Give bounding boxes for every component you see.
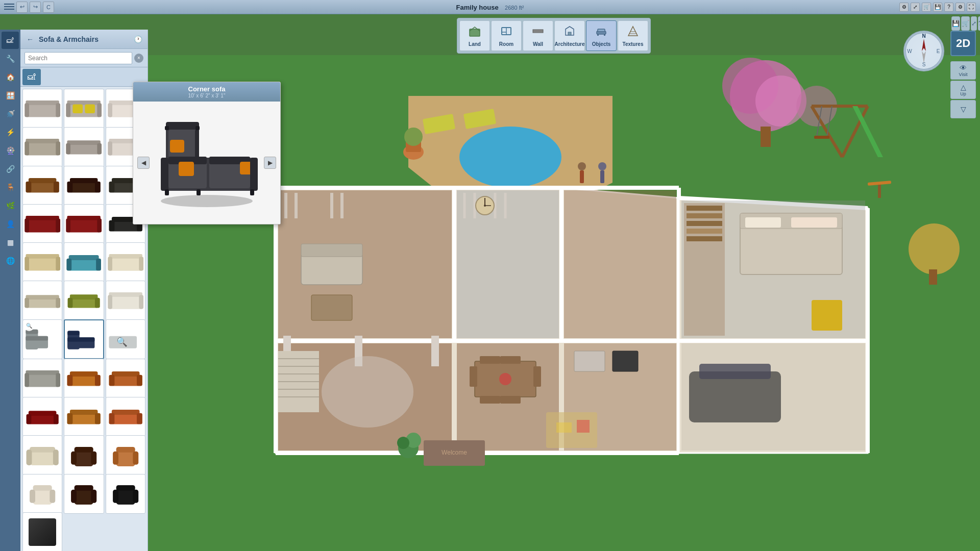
sidebar-item-link[interactable]: 🔗 <box>2 160 19 178</box>
svg-rect-5 <box>67 101 101 105</box>
sidebar-item-globe[interactable]: 🌐 <box>2 252 19 269</box>
settings-button[interactable]: ⚙ <box>899 3 909 12</box>
furniture-item-10[interactable] <box>22 204 62 244</box>
svg-rect-97 <box>29 411 57 416</box>
furniture-item-32[interactable] <box>64 474 104 514</box>
save-project-button[interactable]: 💾 <box>951 16 960 31</box>
furniture-item-25[interactable] <box>22 397 62 437</box>
svg-rect-204 <box>533 366 541 387</box>
cart-icon-button[interactable]: 🛒 <box>961 16 970 31</box>
furniture-item-8[interactable] <box>64 166 104 206</box>
popup-next-button[interactable]: ▶ <box>264 157 276 169</box>
hamburger-menu[interactable] <box>4 2 14 12</box>
search-input[interactable] <box>24 52 132 64</box>
furniture-item-20[interactable] <box>64 319 104 359</box>
sidebar-item-bath[interactable]: 🚿 <box>2 105 19 122</box>
furniture-item-27[interactable] <box>106 397 145 437</box>
title-bar: ↩ ↪ C Family house 2680 ft² ⚙ ⤢ 🛒 💾 ? ⚙ … <box>0 0 980 14</box>
svg-rect-122 <box>30 490 35 503</box>
compass[interactable]: N S W E <box>903 31 944 71</box>
popup-title-bar: Corner sofa 10' x 6' 2" x 3' 1" <box>133 82 280 102</box>
svg-rect-126 <box>71 490 77 503</box>
furniture-item-24[interactable] <box>106 359 145 398</box>
svg-rect-31 <box>70 178 98 183</box>
sidebar-item-chair[interactable]: 🪑 <box>2 179 19 196</box>
sidebar-item-plant[interactable]: 🌿 <box>2 197 19 214</box>
furniture-item-7[interactable] <box>22 166 62 206</box>
undo-button[interactable]: ↩ <box>16 2 28 13</box>
tool-architecture[interactable]: Architecture <box>554 20 585 51</box>
save-button[interactable]: 💾 <box>933 3 942 12</box>
app-title-group: Family house 2680 ft² <box>456 3 524 12</box>
tool-textures[interactable]: Textures <box>618 20 648 51</box>
sidebar-item-window[interactable]: 🪟 <box>2 87 19 104</box>
svg-rect-215 <box>600 170 604 183</box>
svg-rect-8 <box>66 103 71 117</box>
furniture-item-23[interactable] <box>64 359 104 398</box>
furniture-item-16[interactable] <box>22 281 62 320</box>
help-icon-button[interactable]: ? <box>978 16 980 31</box>
visit-button[interactable]: 👁 Visit <box>950 61 976 80</box>
tool-land[interactable]: Land <box>459 20 490 51</box>
sidebar-item-outdoor[interactable]: 🎡 <box>2 142 19 159</box>
furniture-item-21[interactable]: 🔍 <box>106 319 145 359</box>
up-button[interactable]: △ Up <box>950 81 976 99</box>
sofa-category-icon[interactable]: 🛋 <box>22 69 41 85</box>
maximize-button[interactable]: ⛶ <box>967 3 976 12</box>
redo-button[interactable]: ↪ <box>30 2 41 13</box>
tool-wall[interactable]: Wall <box>523 20 553 51</box>
svg-rect-95 <box>137 374 142 386</box>
question-button[interactable]: ? <box>944 3 953 12</box>
furniture-item-29[interactable] <box>64 435 104 475</box>
furniture-item-30[interactable] <box>106 435 145 475</box>
furniture-item-1[interactable] <box>22 89 62 129</box>
svg-rect-98 <box>27 414 32 424</box>
gear-button[interactable]: ⚙ <box>955 3 965 12</box>
furniture-item-26[interactable] <box>64 397 104 437</box>
furniture-item-18[interactable] <box>106 281 145 320</box>
furniture-item-2[interactable] <box>64 89 104 129</box>
furniture-item-33[interactable] <box>106 474 145 514</box>
sidebar-item-person[interactable]: 👤 <box>2 215 19 233</box>
furniture-item-31[interactable] <box>22 474 62 514</box>
sidebar-item-electric[interactable]: ⚡ <box>2 123 19 141</box>
panel-back-button[interactable]: ← <box>24 34 36 45</box>
svg-rect-131 <box>133 490 138 503</box>
svg-rect-130 <box>113 490 118 503</box>
svg-rect-239 <box>812 300 842 331</box>
furniture-item-22[interactable] <box>22 359 62 398</box>
sidebar-item-room[interactable]: 🏠 <box>2 68 19 86</box>
furniture-item-14[interactable] <box>64 242 104 282</box>
share-button[interactable]: ⤢ <box>911 3 920 12</box>
svg-rect-107 <box>137 413 142 424</box>
popup-prev-button[interactable]: ◀ <box>137 157 150 169</box>
sidebar-item-sofa[interactable]: 🛋 <box>2 32 19 49</box>
svg-rect-257 <box>577 420 590 433</box>
down-button[interactable]: ▽ <box>950 100 976 118</box>
svg-rect-65 <box>56 298 60 308</box>
furniture-item-4[interactable] <box>22 127 62 167</box>
view-mode-badge[interactable]: 2D <box>950 31 976 56</box>
tool-objects[interactable]: Objects <box>586 20 617 51</box>
furniture-item-19[interactable]: 🔍 <box>22 319 62 359</box>
furniture-item-34[interactable] <box>22 512 62 551</box>
help-button[interactable]: C <box>43 2 54 13</box>
furniture-item-11[interactable] <box>64 204 104 244</box>
furniture-item-15[interactable] <box>106 242 145 282</box>
cart-button[interactable]: 🛒 <box>922 3 931 12</box>
right-controls: 💾 🛒 ⤢ ? ⚙ ⛶ <box>949 14 980 33</box>
sidebar-item-grid[interactable]: ▦ <box>2 234 19 251</box>
share-icon-button[interactable]: ⤢ <box>971 16 977 31</box>
panel-title: Sofa & Armchairs <box>39 35 129 43</box>
sidebar-item-tools[interactable]: 🔧 <box>2 50 19 67</box>
furniture-item-28[interactable] <box>22 435 62 475</box>
svg-rect-68 <box>68 298 73 308</box>
svg-rect-117 <box>116 447 135 453</box>
furniture-item-5[interactable] <box>64 127 104 167</box>
svg-rect-206 <box>500 356 521 364</box>
furniture-item-17[interactable] <box>64 281 104 320</box>
furniture-item-13[interactable] <box>22 242 62 282</box>
svg-rect-33 <box>95 182 101 193</box>
room-icon <box>500 25 512 40</box>
tool-room[interactable]: Room <box>491 20 522 51</box>
